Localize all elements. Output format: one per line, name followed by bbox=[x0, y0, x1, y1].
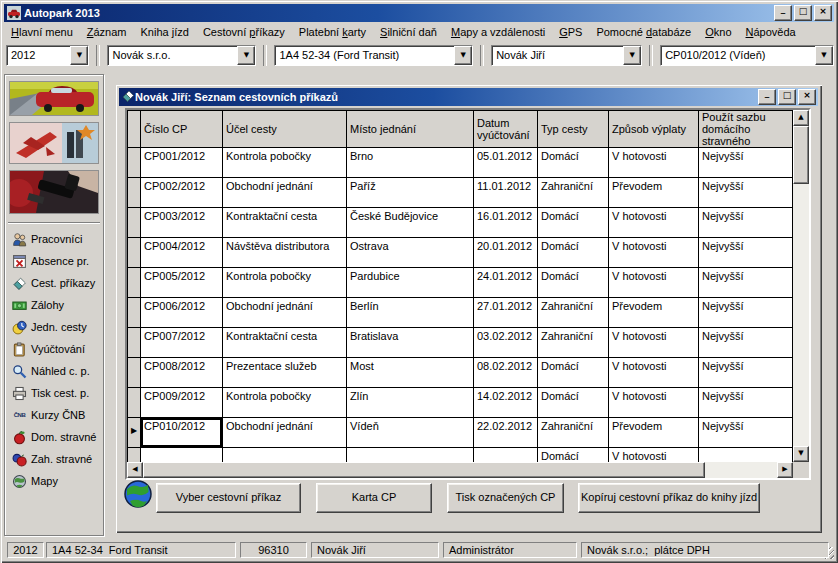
table-cell[interactable]: CP008/2012 bbox=[141, 358, 223, 388]
table-cell[interactable]: Domácí bbox=[538, 268, 609, 298]
table-cell[interactable]: 20.01.2012 bbox=[474, 238, 538, 268]
table-cell[interactable] bbox=[699, 448, 793, 462]
row-selector-cell[interactable] bbox=[127, 358, 141, 388]
sidebar-item-pracovnici[interactable]: Pracovníci bbox=[5, 228, 103, 250]
row-selector-cell[interactable] bbox=[127, 208, 141, 238]
table-cell[interactable]: Vídeň bbox=[347, 418, 474, 448]
table-cell[interactable]: 03.02.2012 bbox=[474, 328, 538, 358]
table-cell[interactable]: V hotovosti bbox=[609, 238, 699, 268]
chevron-down-icon[interactable]: ▼ bbox=[815, 46, 833, 65]
sidebar-item-absence-pr[interactable]: Absence pr. bbox=[5, 250, 103, 272]
column-header-misto-jednani[interactable]: Místo jednání bbox=[347, 110, 474, 148]
table-cell[interactable]: Domácí bbox=[538, 148, 609, 178]
table-cell[interactable] bbox=[347, 448, 474, 462]
table-cell[interactable]: CP002/2012 bbox=[141, 178, 223, 208]
table-cell[interactable]: Převodem bbox=[609, 418, 699, 448]
toolbar-combo-2012[interactable]: 2012▼ bbox=[6, 45, 89, 66]
hscroll-thumb[interactable] bbox=[143, 462, 705, 478]
menu-item-mapy-a-vzdalenosti[interactable]: Mapy a vzdálenosti bbox=[444, 24, 552, 40]
table-cell[interactable]: Nejvyšší bbox=[699, 178, 793, 208]
table-cell[interactable]: CP005/2012 bbox=[141, 268, 223, 298]
table-cell[interactable]: Kontraktační cesta bbox=[223, 328, 347, 358]
table-cell[interactable]: Paříž bbox=[347, 178, 474, 208]
scroll-down-icon[interactable]: ▼ bbox=[793, 446, 809, 462]
table-cell[interactable]: Nejvyšší bbox=[699, 418, 793, 448]
inner-minimize-button[interactable]: _ bbox=[758, 89, 776, 105]
table-cell[interactable] bbox=[223, 448, 347, 462]
menu-item-kniha-jizd[interactable]: Kniha jízd bbox=[134, 24, 196, 40]
row-selector-cell[interactable] bbox=[127, 178, 141, 208]
table-cell[interactable]: 05.01.2012 bbox=[474, 148, 538, 178]
table-cell[interactable]: Obchodní jednání bbox=[223, 178, 347, 208]
table-cell[interactable]: Převodem bbox=[609, 178, 699, 208]
table-cell[interactable]: Berlín bbox=[347, 298, 474, 328]
table-cell[interactable]: Návštěva distributora bbox=[223, 238, 347, 268]
sidebar-item-zalohy[interactable]: Zálohy bbox=[5, 294, 103, 316]
table-cell[interactable]: Obchodní jednání bbox=[223, 418, 347, 448]
table-cell[interactable]: Kontrola pobočky bbox=[223, 388, 347, 418]
table-cell[interactable]: V hotovosti bbox=[609, 208, 699, 238]
scroll-left-icon[interactable]: ◀ bbox=[127, 462, 143, 478]
column-header-ucel-cesty[interactable]: Účel cesty bbox=[223, 110, 347, 148]
menu-item-zaznam[interactable]: Záznam bbox=[80, 24, 134, 40]
inner-close-button[interactable]: × bbox=[798, 89, 816, 105]
vscroll-thumb[interactable] bbox=[793, 126, 809, 184]
table-cell[interactable]: Nejvyšší bbox=[699, 358, 793, 388]
column-header-typ-cesty[interactable]: Typ cesty bbox=[538, 110, 609, 148]
chevron-down-icon[interactable]: ▼ bbox=[623, 46, 641, 65]
menu-item-platebni-karty[interactable]: Platební karty bbox=[292, 24, 373, 40]
row-selector-cell[interactable] bbox=[127, 298, 141, 328]
menu-item-napoveda[interactable]: Nápověda bbox=[739, 24, 803, 40]
toolbar-combo-cp010-2012-viden[interactable]: CP010/2012 (Vídeň)▼ bbox=[660, 45, 834, 66]
sidebar-item-cest-prikazy[interactable]: Cest. příkazy bbox=[5, 272, 103, 294]
table-cell[interactable]: V hotovosti bbox=[609, 268, 699, 298]
table-cell[interactable]: 24.01.2012 bbox=[474, 268, 538, 298]
table-cell[interactable]: V hotovosti bbox=[609, 358, 699, 388]
table-cell[interactable]: CP003/2012 bbox=[141, 208, 223, 238]
menu-item-hlavni-menu[interactable]: Hlavní menu bbox=[4, 24, 80, 40]
column-header-zpusob-vyplaty[interactable]: Způsob výplaty bbox=[609, 110, 699, 148]
table-cell[interactable]: CP004/2012 bbox=[141, 238, 223, 268]
table-cell[interactable]: Most bbox=[347, 358, 474, 388]
table-cell[interactable] bbox=[141, 448, 223, 462]
table-cell[interactable]: Domácí bbox=[538, 358, 609, 388]
sidebar-item-jedn-cesty[interactable]: Jedn. cesty bbox=[5, 316, 103, 338]
table-cell[interactable]: Domácí bbox=[538, 448, 609, 462]
toolbar-combo-novak-jiri[interactable]: Novák Jiří▼ bbox=[491, 45, 642, 66]
table-cell[interactable]: Zahraniční bbox=[538, 298, 609, 328]
column-header-datum-vyuctovani[interactable]: Datum vyúčtování bbox=[474, 110, 538, 148]
menu-item-okno[interactable]: Okno bbox=[698, 24, 738, 40]
table-cell[interactable]: 11.01.2012 bbox=[474, 178, 538, 208]
table-cell[interactable]: Nejvyšší bbox=[699, 388, 793, 418]
table-cell[interactable]: Kontrola pobočky bbox=[223, 268, 347, 298]
sidebar-item-mapy[interactable]: Mapy bbox=[5, 470, 103, 492]
chevron-down-icon[interactable]: ▼ bbox=[70, 46, 88, 65]
table-cell[interactable]: České Budějovice bbox=[347, 208, 474, 238]
table-cell[interactable]: Domácí bbox=[538, 238, 609, 268]
maximize-button[interactable]: □ bbox=[794, 5, 812, 21]
table-cell[interactable]: Brno bbox=[347, 148, 474, 178]
button-tisk-oznacenych-cp[interactable]: Tisk označených CP bbox=[447, 483, 564, 513]
table-cell[interactable]: Domácí bbox=[538, 388, 609, 418]
chevron-down-icon[interactable]: ▼ bbox=[237, 46, 255, 65]
table-cell[interactable]: Nejvyšší bbox=[699, 208, 793, 238]
row-selector-cell[interactable] bbox=[127, 268, 141, 298]
column-header-cislo-cp[interactable]: Číslo CP bbox=[141, 110, 223, 148]
row-selector-cell[interactable] bbox=[127, 148, 141, 178]
table-cell[interactable]: Prezentace služeb bbox=[223, 358, 347, 388]
sidebar-item-nahled-c-p[interactable]: Náhled c. p. bbox=[5, 360, 103, 382]
table-cell[interactable]: Zahraniční bbox=[538, 418, 609, 448]
button-kopiruj-cestovni-prikaz-do-knihy-jizd[interactable]: Kopíruj cestovní příkaz do knihy jízd bbox=[578, 483, 760, 513]
inner-maximize-button[interactable]: □ bbox=[778, 89, 796, 105]
table-cell[interactable]: 16.01.2012 bbox=[474, 208, 538, 238]
table-cell[interactable]: CP007/2012 bbox=[141, 328, 223, 358]
toolbar-combo-novak-s-r-o[interactable]: Novák s.r.o.▼ bbox=[107, 45, 256, 66]
toolbar-combo-1a4-52-34-ford-transit[interactable]: 1A4 52-34 (Ford Transit)▼ bbox=[274, 45, 473, 66]
table-cell[interactable]: Ostrava bbox=[347, 238, 474, 268]
menu-item-cestovni-prikazy[interactable]: Cestovní příkazy bbox=[196, 24, 292, 40]
table-cell[interactable] bbox=[474, 448, 538, 462]
table-cell[interactable]: Nejvyšší bbox=[699, 238, 793, 268]
table-cell[interactable]: 22.02.2012 bbox=[474, 418, 538, 448]
row-selector-cell[interactable] bbox=[127, 328, 141, 358]
table-cell[interactable]: Pardubice bbox=[347, 268, 474, 298]
